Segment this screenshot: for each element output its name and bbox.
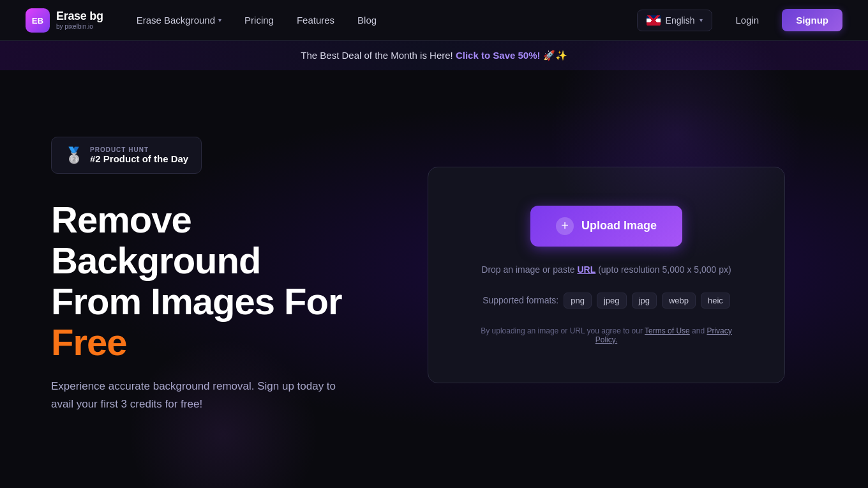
logo[interactable]: EB Erase bg by pixelbin.io bbox=[26, 8, 103, 33]
hero-title-free: Free bbox=[51, 321, 127, 363]
hero-section: 🥈 PRODUCT HUNT #2 Product of the Day Rem… bbox=[0, 70, 868, 466]
language-selector[interactable]: English ▾ bbox=[637, 10, 713, 31]
formats-row: Supported formats: png jpeg jpg webp hei… bbox=[483, 293, 730, 309]
banner-text: The Best Deal of the Month is Here! bbox=[301, 50, 453, 61]
chevron-down-icon: ▾ bbox=[218, 17, 221, 24]
drop-text: Drop an image or paste URL (upto resolut… bbox=[481, 264, 731, 275]
banner-cta-link[interactable]: Click to Save 50%! bbox=[456, 50, 541, 61]
terms-of-use-link[interactable]: Terms of Use bbox=[645, 326, 690, 335]
product-hunt-badge: 🥈 PRODUCT HUNT #2 Product of the Day bbox=[51, 137, 202, 174]
promo-banner: The Best Deal of the Month is Here! Clic… bbox=[0, 41, 868, 70]
medal-icon: 🥈 bbox=[64, 146, 84, 164]
logo-sub-text: by pixelbin.io bbox=[56, 23, 103, 30]
logo-main-text: Erase bg bbox=[56, 10, 103, 23]
format-webp: webp bbox=[662, 293, 696, 309]
login-button[interactable]: Login bbox=[722, 10, 772, 31]
format-jpg: jpg bbox=[632, 293, 657, 309]
nav-erase-bg[interactable]: Erase Background ▾ bbox=[126, 10, 232, 31]
nav-blog[interactable]: Blog bbox=[347, 10, 387, 31]
nav-links: Erase Background ▾ Pricing Features Blog bbox=[126, 10, 387, 31]
banner-emoji: 🚀✨ bbox=[543, 50, 567, 61]
nav-pricing[interactable]: Pricing bbox=[234, 10, 284, 31]
upload-image-button[interactable]: + Upload Image bbox=[530, 206, 682, 247]
svg-text:EB: EB bbox=[32, 16, 43, 26]
signup-button[interactable]: Signup bbox=[782, 9, 842, 31]
nav-right: English ▾ Login Signup bbox=[637, 9, 842, 31]
badge-title: #2 Product of the Day bbox=[90, 153, 188, 164]
flag-icon bbox=[647, 15, 661, 26]
badge-label: PRODUCT HUNT bbox=[90, 146, 188, 153]
lang-chevron-icon: ▾ bbox=[700, 17, 703, 24]
logo-icon: EB bbox=[26, 8, 50, 33]
hero-left: 🥈 PRODUCT HUNT #2 Product of the Day Rem… bbox=[51, 137, 357, 413]
format-jpeg: jpeg bbox=[597, 293, 627, 309]
logo-text: Erase bg by pixelbin.io bbox=[56, 10, 103, 30]
hero-title-line1: Remove Background bbox=[51, 199, 260, 281]
upload-button-label: Upload Image bbox=[581, 219, 657, 233]
plus-icon: + bbox=[556, 217, 574, 235]
url-link[interactable]: URL bbox=[577, 264, 595, 275]
nav-features[interactable]: Features bbox=[287, 10, 345, 31]
tos-text: By uploading an image or URL you agree t… bbox=[479, 326, 733, 344]
hero-title-line2: From Images For bbox=[51, 280, 342, 322]
hero-right: + Upload Image Drop an image or paste UR… bbox=[357, 167, 817, 383]
formats-label: Supported formats: bbox=[483, 295, 558, 305]
badge-text: PRODUCT HUNT #2 Product of the Day bbox=[90, 146, 188, 164]
upload-card: + Upload Image Drop an image or paste UR… bbox=[428, 167, 785, 383]
language-label: English bbox=[666, 15, 695, 26]
hero-title: Remove Background From Images For Free bbox=[51, 199, 357, 362]
hero-description: Experience accurate background removal. … bbox=[51, 377, 357, 412]
nav-left: EB Erase bg by pixelbin.io Erase Backgro… bbox=[26, 8, 387, 33]
navbar: EB Erase bg by pixelbin.io Erase Backgro… bbox=[0, 0, 868, 41]
format-heic: heic bbox=[701, 293, 730, 309]
format-png: png bbox=[564, 293, 592, 309]
